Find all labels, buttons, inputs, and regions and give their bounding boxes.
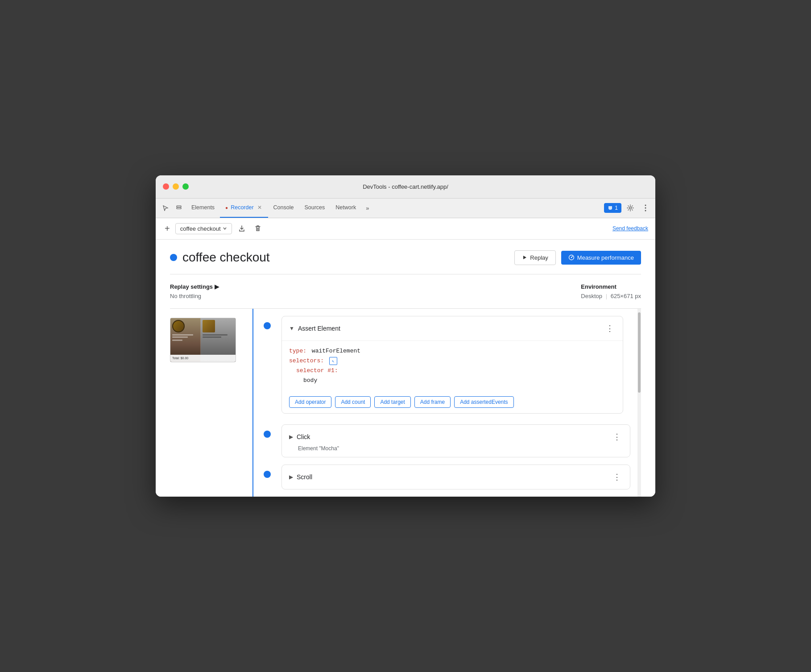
code-selectors-line: selectors: ↖ [289,356,616,366]
tab-recorder-close[interactable]: ✕ [257,204,263,211]
settings-row: Replay settings ▶ No throttling Environm… [170,274,641,309]
measure-icon [568,254,575,261]
delete-button[interactable] [252,222,264,235]
tab-elements[interactable]: Elements [186,198,220,218]
step-2-dot-col [260,424,274,438]
export-button[interactable] [236,222,248,235]
step-click: ▶ Click ⋮ Element "Mocha" [260,424,630,457]
add-target-button[interactable]: Add target [374,396,410,408]
add-operator-button[interactable]: Add operator [289,396,331,408]
window-controls [163,183,189,190]
thumb-line-1 [172,334,193,336]
tab-sources-label: Sources [304,204,325,211]
recording-status-dot [170,254,177,261]
thumb-mug-right [203,320,234,332]
environment-settings: Environment Desktop | 625×671 px [581,283,641,299]
settings-icon[interactable] [624,202,637,214]
step-assert-element: ▼ Assert Element ⋮ type: waitForElement [260,316,630,417]
step-3-expand-button[interactable]: ▶ [289,474,293,480]
tab-recorder[interactable]: ● Recorder ✕ [220,198,268,218]
step-2-more-button[interactable]: ⋮ [611,430,623,444]
header-actions: Replay Measure performance [514,250,641,265]
step-3-more-button[interactable]: ⋮ [611,470,623,484]
more-tabs-button[interactable]: » [363,203,372,213]
step-2-expand-button[interactable]: ▶ [289,434,293,440]
recording-header: coffee checkout Replay Measure performan… [170,250,641,274]
step-3-card: ▶ Scroll ⋮ [281,465,630,489]
close-button[interactable] [163,183,169,190]
add-recording-button[interactable]: + [163,222,172,236]
step-3-dot-col [260,465,274,478]
env-separator: | [606,293,607,299]
send-feedback-link[interactable]: Send feedback [612,225,648,232]
maximize-button[interactable] [182,183,189,190]
svg-point-5 [645,210,646,212]
minimize-button[interactable] [173,183,179,190]
replay-button[interactable]: Replay [514,250,555,265]
step-1-collapse-button[interactable]: ▼ [289,325,294,332]
environment-value: Desktop | 625×671 px [581,293,641,299]
recording-dropdown[interactable]: coffee checkout [175,223,232,234]
step-3-dot [264,471,271,478]
more-options-icon[interactable] [639,202,652,214]
main-content: coffee checkout Replay Measure performan… [156,240,655,497]
step-2-card: ▶ Click ⋮ Element "Mocha" [281,424,630,457]
step-1-code: type: waitForElement selectors: ↖ select… [282,340,623,391]
tab-right-actions: 1 [604,202,652,214]
recorder-icon: ● [225,205,228,210]
code-selector1-val: body [303,377,317,384]
thumb-rline-1 [203,334,228,336]
replay-settings-label: Replay settings [170,283,213,290]
step-1-more-button[interactable]: ⋮ [604,322,616,335]
throttling-value: No throttling [170,293,219,299]
environment-label: Environment [581,283,641,290]
step-2-dot [264,431,271,438]
thumb-line-3 [172,340,182,341]
tab-sources[interactable]: Sources [299,198,330,218]
thumb-mug-icon [172,320,185,332]
svg-point-7 [571,257,572,258]
measure-performance-button[interactable]: Measure performance [561,251,641,265]
scrollbar[interactable] [637,309,641,497]
selector-picker-icon[interactable]: ↖ [329,357,337,365]
recording-title-area: coffee checkout [170,250,270,265]
step-scroll: ▶ Scroll ⋮ [260,465,630,489]
step-1-title-row: ▼ Assert Element [289,325,340,332]
tab-network-label: Network [335,204,356,211]
replay-settings: Replay settings ▶ No throttling [170,283,219,299]
env-device: Desktop [581,293,602,299]
notification-count: 1 [615,205,618,211]
thumb-bottom-bar: Total: $0.00 [170,355,236,362]
thumb-line-2 [172,336,188,338]
tab-network[interactable]: Network [330,198,361,218]
add-count-button[interactable]: Add count [335,396,371,408]
replay-label: Replay [530,254,548,261]
code-type-key: type: [289,348,306,354]
replay-settings-button[interactable]: Replay settings ▶ [170,283,219,290]
step-3-title: Scroll [297,473,312,481]
timeline-line [252,309,253,497]
code-type-line: type: waitForElement [289,346,616,356]
thumb-mug-right-img [203,320,215,332]
window-title: DevTools - coffee-cart.netlify.app/ [363,183,448,190]
notification-button[interactable]: 1 [604,203,621,213]
add-frame-button[interactable]: Add frame [414,396,451,408]
steps-content: ▼ Assert Element ⋮ type: waitForElement [260,309,637,497]
scrollbar-thumb[interactable] [638,312,641,393]
tab-console[interactable]: Console [268,198,299,218]
timeline-column [246,309,260,497]
code-selectors-key: selectors: [289,357,324,364]
tabbar: Elements ● Recorder ✕ Console Sources Ne… [156,199,655,218]
layers-icon[interactable] [173,202,185,214]
cursor-icon[interactable] [159,202,172,214]
step-1-card: ▼ Assert Element ⋮ type: waitForElement [281,316,623,414]
step-2-header: ▶ Click ⋮ [289,430,623,444]
step-2-subtitle: Element "Mocha" [289,445,623,452]
settings-arrow-icon: ▶ [215,283,219,290]
add-asserted-events-button[interactable]: Add assertedEvents [454,396,513,408]
thumb-coffee-img [172,320,199,332]
screenshots-column: Total: $0.00 [170,309,246,497]
code-selector1-val-line: body [289,376,616,386]
svg-rect-1 [177,207,181,209]
recording-title: coffee checkout [182,250,270,265]
